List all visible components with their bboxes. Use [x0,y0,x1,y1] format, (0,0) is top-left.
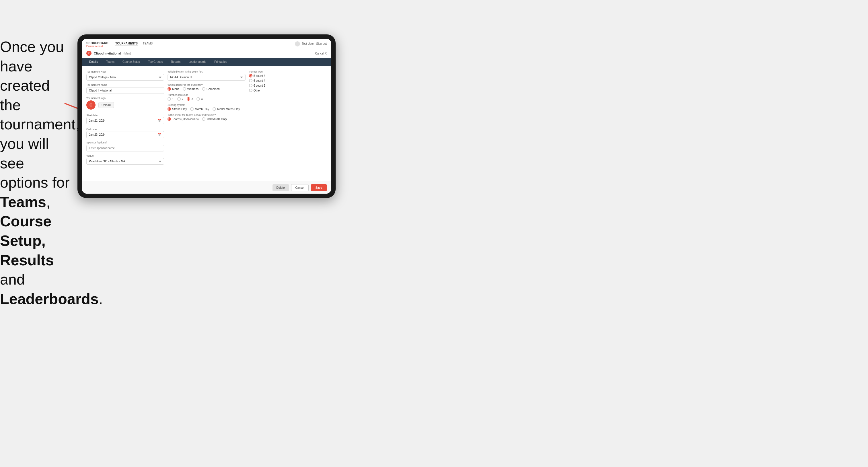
tournament-host-group: Tournament Host Clippd College - Men [86,70,164,81]
division-select[interactable]: NCAA Division III [167,74,245,81]
format-6count5[interactable]: 6 count 5 [249,84,327,87]
rounds-2-radio[interactable] [177,97,181,101]
scoring-label: Scoring system [167,103,245,106]
teams-label: Is this event for Teams and/or Individua… [167,114,245,117]
nav-item-teams[interactable]: TEAMS [143,41,153,46]
rounds-4-radio[interactable] [196,97,200,101]
user-area: Test User | Sign out [295,41,327,46]
rounds-label: Number of rounds [167,94,245,96]
tab-bar: Details Teams Course Setup Tee Groups Re… [82,58,331,66]
logo: SCOREBOARD Powered by clippd [86,40,108,47]
format-other[interactable]: Other [249,89,327,92]
main-content: Tournament Host Clippd College - Men Tou… [82,66,331,194]
annotation-text: Once you have created the tournament, yo… [0,37,74,309]
individuals-only[interactable]: Individuals Only [202,117,227,121]
tournament-logo-icon: C [86,51,92,56]
end-date-input[interactable]: Jan 23, 2024 📅 [86,131,164,138]
scoring-medal-radio[interactable] [213,107,216,111]
tournament-header: C Clippd Invitational (Men) Cancel X [82,49,331,58]
gender-mens[interactable]: Mens [167,87,179,91]
teams-radio-row: Teams (+Individuals) Individuals Only [167,117,245,121]
form-column-middle: Which division is the event for? NCAA Di… [167,70,245,178]
rounds-1-radio[interactable] [167,97,171,101]
gender-group: Which gender is the event for? Mens Wome… [167,84,245,91]
sponsor-input[interactable] [86,145,164,152]
logo-circle-icon: C [86,100,95,110]
top-nav: SCOREBOARD Powered by clippd TOURNAMENTS… [82,39,331,49]
teams-group: Is this event for Teams and/or Individua… [167,114,245,121]
tournament-tag: (Men) [123,52,131,55]
delete-button[interactable]: Delete [273,184,289,191]
gender-womens[interactable]: Womens [183,87,198,91]
rounds-3[interactable]: 3 [187,97,193,101]
division-label: Which division is the event for? [167,70,245,73]
tab-leaderboards[interactable]: Leaderboards [184,58,210,66]
save-button[interactable]: Save [311,184,327,191]
format-5count4-radio[interactable] [249,74,252,77]
scoring-medal-match-play[interactable]: Medal Match Play [213,107,240,111]
cancel-button[interactable]: Cancel [291,184,309,191]
tournament-name-input[interactable] [86,87,164,94]
sponsor-label: Sponsor (optional) [86,141,164,144]
rounds-4[interactable]: 4 [196,97,203,101]
tab-teams[interactable]: Teams [102,58,119,66]
tab-printables[interactable]: Printables [210,58,231,66]
tournament-host-select[interactable]: Clippd College - Men [86,74,164,81]
upload-button[interactable]: Upload [98,102,114,108]
rounds-1[interactable]: 1 [167,97,174,101]
tournament-name-group: Tournament name [86,84,164,94]
end-date-label: End date [86,128,97,131]
tab-course-setup[interactable]: Course Setup [119,58,144,66]
venue-group: Venue Peachtree GC - Atlanta - GA [86,154,164,165]
tablet-screen: SCOREBOARD Powered by clippd TOURNAMENTS… [82,39,331,194]
rounds-2[interactable]: 2 [177,97,184,101]
scoring-group: Scoring system Stroke Play Match Play [167,103,245,111]
sponsor-group: Sponsor (optional) [86,141,164,152]
tab-tee-groups[interactable]: Tee Groups [144,58,167,66]
format-6count4[interactable]: 6 count 4 [249,79,327,82]
tournament-title-row: C Clippd Invitational (Men) [86,51,131,56]
format-other-radio[interactable] [249,89,252,92]
teams-plus-individuals[interactable]: Teams (+Individuals) [167,117,198,121]
rounds-group: Number of rounds 1 2 [167,94,245,101]
tournament-logo-group: Tournament logo C Upload [86,97,164,110]
tournament-name: Clippd Invitational [94,52,121,55]
format-5count4[interactable]: 5 count 4 [249,74,327,77]
start-date-group: Start date Jan 21, 2024 📅 [86,113,164,124]
scoring-stroke-radio[interactable] [167,107,171,111]
logo-upload-area: C Upload [86,100,164,110]
calendar-icon-start: 📅 [157,119,161,123]
gender-womens-radio[interactable] [183,87,186,91]
form-area: Tournament Host Clippd College - Men Tou… [82,66,331,182]
gender-mens-radio[interactable] [167,87,171,91]
gender-label: Which gender is the event for? [167,84,245,86]
scoring-match-radio[interactable] [190,107,194,111]
format-radio-group: 5 count 4 6 count 4 6 count 5 [249,74,327,92]
user-avatar-icon [295,41,300,46]
rounds-3-radio[interactable] [187,97,190,101]
format-6count4-radio[interactable] [249,79,252,82]
division-group: Which division is the event for? NCAA Di… [167,70,245,81]
individuals-only-radio[interactable] [202,117,206,121]
tab-details[interactable]: Details [85,58,102,66]
format-6count5-radio[interactable] [249,84,252,87]
cancel-header-button[interactable]: Cancel X [315,52,327,55]
venue-select[interactable]: Peachtree GC - Atlanta - GA [86,158,164,165]
gender-combined-radio[interactable] [202,87,206,91]
form-footer: Delete Cancel Save [82,182,331,194]
tournament-logo-label: Tournament logo [86,97,164,99]
format-label: Format type [249,70,327,73]
form-column-left: Tournament Host Clippd College - Men Tou… [86,70,164,178]
user-label[interactable]: Test User | Sign out [302,42,327,45]
start-date-input[interactable]: Jan 21, 2024 📅 [86,117,164,124]
gender-radio-row: Mens Womens Combined [167,87,245,91]
tournament-host-label: Tournament Host [86,70,164,73]
tab-results[interactable]: Results [167,58,184,66]
scoring-match-play[interactable]: Match Play [190,107,209,111]
venue-label: Venue [86,154,164,157]
tournament-name-label: Tournament name [86,84,164,86]
scoring-stroke-play[interactable]: Stroke Play [167,107,187,111]
gender-combined[interactable]: Combined [202,87,220,91]
nav-item-tournaments[interactable]: TOURNAMENTS [115,41,138,46]
teams-individuals-radio[interactable] [167,117,171,121]
